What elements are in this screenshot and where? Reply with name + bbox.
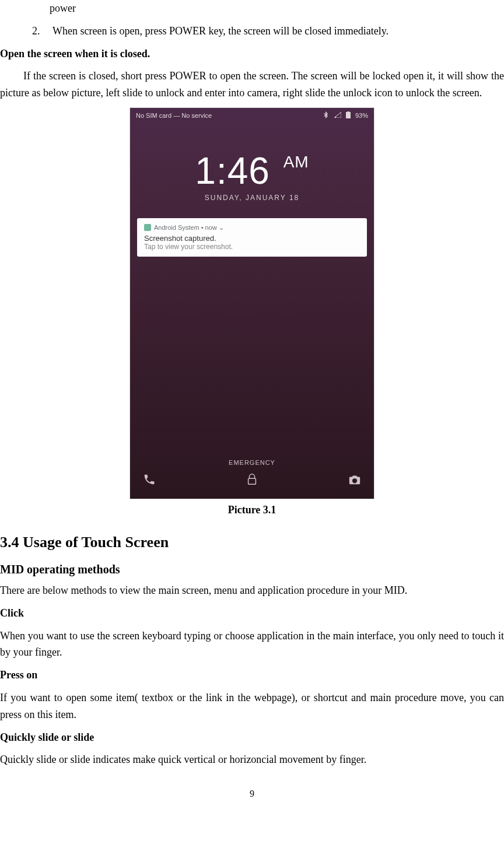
status-right: 93% [324,111,368,120]
android-system-icon [144,224,151,231]
lockscreen-date: SUNDAY, JANUARY 18 [130,194,374,202]
svg-rect-0 [346,112,351,118]
lock-icon[interactable] [246,473,258,486]
notification-header: Android System • now ⌄ [144,224,360,232]
section-heading-3-4: 3.4 Usage of Touch Screen [0,534,504,551]
figure-lockscreen: No SIM card — No service 93% 1:46 [130,107,374,499]
para-open-screen: If the screen is closed, short press POW… [0,68,504,101]
heading-slide: Quickly slide or slide [0,729,504,746]
para-click: When you want to use the screen keyboard… [0,628,504,661]
bottom-action-row [130,473,374,499]
heading-click: Click [0,605,504,622]
svg-rect-2 [249,478,256,484]
notification-source: Android System • now ⌄ [154,224,224,232]
time-ampm: AM [284,153,309,171]
time-value: 1:46 [195,150,270,192]
list-text: When screen is open, press POWER key, th… [52,23,504,40]
phone-screen: No SIM card — No service 93% 1:46 [130,108,374,499]
list-number: 2. [32,23,52,40]
fragment-power: power [50,0,504,17]
para-methods: There are below methods to view the main… [0,582,504,599]
clock-block: 1:46 AM SUNDAY, JANUARY 18 [130,149,374,202]
svg-rect-1 [347,111,349,113]
battery-percent: 93% [355,112,368,119]
heading-open-screen: Open the screen when it is closed. [0,45,504,62]
signal-icon [334,112,341,119]
notification-body: Tap to view your screenshot. [144,243,360,251]
para-slide: Quickly slide or slide indicates make qu… [0,751,504,768]
notification-title: Screenshot captured. [144,234,360,243]
para-press-on: If you want to open some item( textbox o… [0,689,504,723]
heading-press-on: Press on [0,667,504,684]
bluetooth-icon [324,111,330,120]
camera-icon[interactable] [348,473,361,486]
phone-icon[interactable] [143,473,156,486]
statusbar: No SIM card — No service 93% [130,108,374,123]
lockscreen-time: 1:46 AM [130,149,374,192]
page-number: 9 [0,789,504,799]
notification-card[interactable]: Android System • now ⌄ Screenshot captur… [137,218,367,257]
status-sim-text: No SIM card — No service [136,112,212,119]
subheading-mid-methods: MID operating methods [0,563,504,576]
figure-caption: Picture 3.1 [0,504,504,516]
list-item-2: 2. When screen is open, press POWER key,… [0,23,504,40]
battery-icon [346,111,351,120]
emergency-label[interactable]: EMERGENCY [130,459,374,466]
